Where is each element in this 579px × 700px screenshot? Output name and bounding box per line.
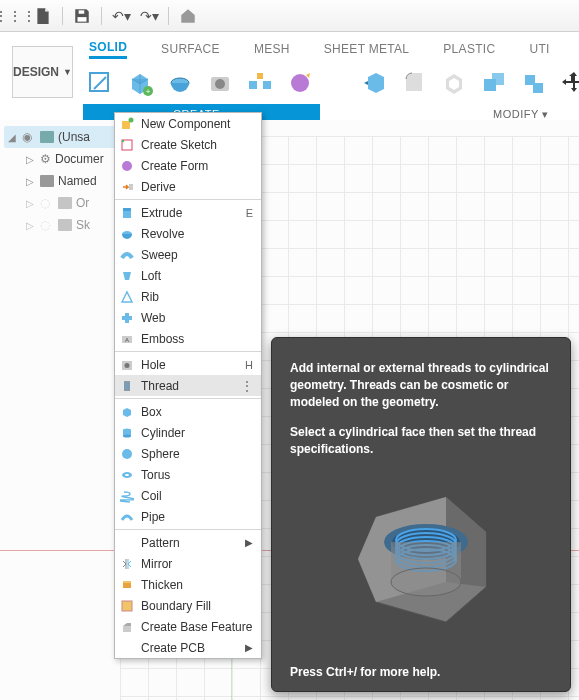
more-options-icon[interactable]: ⋮ (241, 379, 253, 393)
menu-item-pipe[interactable]: Pipe (115, 506, 261, 527)
tooltip-illustration (290, 472, 552, 652)
shortcut-label: E (246, 207, 253, 219)
menu-item-emboss[interactable]: AEmboss (115, 328, 261, 349)
redo-icon[interactable]: ↷▾ (140, 7, 158, 25)
svg-rect-42 (123, 626, 131, 632)
sweep-icon (119, 247, 135, 263)
menu-item-thicken[interactable]: Thicken (115, 574, 261, 595)
menu-item-derive[interactable]: Derive (115, 176, 261, 197)
workspace-switcher[interactable]: DESIGN▼ (12, 46, 73, 98)
tree-item[interactable]: ▷ ⚙ Documer (4, 148, 130, 170)
menu-item-label: Pattern (141, 536, 180, 550)
menu-item-create-form[interactable]: Create Form (115, 155, 261, 176)
pressdrag-tool-icon[interactable] (357, 66, 391, 100)
menu-item-cylinder[interactable]: Cylinder (115, 422, 261, 443)
menu-item-rib[interactable]: Rib (115, 286, 261, 307)
menu-item-revolve[interactable]: Revolve (115, 223, 261, 244)
menu-item-mirror[interactable]: Mirror (115, 553, 261, 574)
revolve-tool-icon[interactable] (163, 66, 197, 100)
menu-item-label: Revolve (141, 227, 184, 241)
menu-item-loft[interactable]: Loft (115, 265, 261, 286)
folder-icon (58, 219, 72, 231)
menu-item-pattern[interactable]: Pattern▶ (115, 532, 261, 553)
tree-expand-icon[interactable]: ◢ (6, 131, 18, 143)
form-tool-icon[interactable] (283, 66, 317, 100)
menu-item-torus[interactable]: Torus (115, 464, 261, 485)
tree-expand-icon[interactable]: ▷ (24, 153, 36, 165)
home-icon[interactable] (179, 7, 197, 25)
menu-item-label: Pipe (141, 510, 165, 524)
svg-point-31 (125, 363, 130, 368)
extrude-icon (119, 205, 135, 221)
visibility-icon[interactable]: ◉ (22, 130, 36, 144)
sketch-tool-icon[interactable] (83, 66, 117, 100)
assemble-tool-icon[interactable] (243, 66, 277, 100)
menu-item-web[interactable]: Web (115, 307, 261, 328)
menu-item-coil[interactable]: Coil (115, 485, 261, 506)
svg-rect-14 (492, 73, 504, 85)
new-file-icon[interactable] (34, 7, 52, 25)
menu-item-sphere[interactable]: Sphere (115, 443, 261, 464)
menu-item-label: Hole (141, 358, 166, 372)
thread-tooltip: Add internal or external threads to cyli… (271, 337, 571, 692)
menu-item-create-sketch[interactable]: Create Sketch (115, 134, 261, 155)
emboss-icon: A (119, 331, 135, 347)
menu-item-hole[interactable]: HoleH (115, 354, 261, 375)
menu-item-label: Create Base Feature (141, 620, 252, 634)
tree-item[interactable]: ▷ ◌ Or (4, 192, 130, 214)
menu-item-extrude[interactable]: ExtrudeE (115, 202, 261, 223)
visibility-off-icon[interactable]: ◌ (40, 218, 54, 232)
cylinder-icon (119, 425, 135, 441)
tree-item[interactable]: ▷ Named (4, 170, 130, 192)
tab-mesh[interactable]: MESH (254, 42, 290, 56)
svg-rect-11 (257, 73, 263, 79)
menu-item-new-component[interactable]: New Component (115, 113, 261, 134)
combine-tool-icon[interactable] (477, 66, 511, 100)
tree-expand-icon[interactable]: ▷ (24, 175, 36, 187)
thicken-icon (119, 577, 135, 593)
undo-icon[interactable]: ↶▾ (112, 7, 130, 25)
menu-item-label: Thread (141, 379, 179, 393)
svg-rect-1 (78, 17, 87, 22)
shell-tool-icon[interactable] (437, 66, 471, 100)
derive-icon (119, 179, 135, 195)
tree-expand-icon[interactable]: ▷ (24, 197, 36, 209)
menu-item-create-base-feature[interactable]: Create Base Feature (115, 616, 261, 637)
ribbon-tabs: SOLID SURFACE MESH SHEET METAL PLASTIC U… (83, 38, 579, 60)
folder-icon (40, 175, 54, 187)
fillet-tool-icon[interactable] (397, 66, 431, 100)
menu-item-label: Loft (141, 269, 161, 283)
tab-surface[interactable]: SURFACE (161, 42, 220, 56)
submenu-arrow-icon: ▶ (245, 537, 253, 548)
menu-item-label: New Component (141, 117, 230, 131)
menu-item-box[interactable]: Box (115, 401, 261, 422)
thread-icon (119, 378, 135, 394)
menu-item-thread[interactable]: Thread⋮ (115, 375, 261, 396)
tab-utilities[interactable]: UTI (529, 42, 549, 56)
apps-grid-icon[interactable]: ⋮⋮⋮ (6, 7, 24, 25)
menu-item-create-pcb[interactable]: Create PCB▶ (115, 637, 261, 658)
menu-item-label: Emboss (141, 332, 184, 346)
move-tool-icon[interactable] (557, 66, 579, 100)
submenu-arrow-icon: ▶ (245, 642, 253, 653)
menu-item-label: Rib (141, 290, 159, 304)
menu-item-sweep[interactable]: Sweep (115, 244, 261, 265)
browser-tree: ◢ ◉ (Unsa ▷ ⚙ Documer ▷ Named ▷ ◌ Or ▷ ◌… (0, 120, 130, 236)
svg-point-12 (291, 74, 309, 92)
tree-item[interactable]: ▷ ◌ Sk (4, 214, 130, 236)
hole-tool-icon[interactable] (203, 66, 237, 100)
folder-icon (58, 197, 72, 209)
menu-item-boundary-fill[interactable]: Boundary Fill (115, 595, 261, 616)
box-tool-icon[interactable]: + (123, 66, 157, 100)
svg-point-35 (123, 434, 131, 437)
tab-solid[interactable]: SOLID (89, 40, 127, 59)
tree-root[interactable]: ◢ ◉ (Unsa (4, 126, 130, 148)
align-tool-icon[interactable] (517, 66, 551, 100)
tab-sheetmetal[interactable]: SHEET METAL (324, 42, 410, 56)
menu-item-label: Torus (141, 468, 170, 482)
tab-plastic[interactable]: PLASTIC (443, 42, 495, 56)
visibility-off-icon[interactable]: ◌ (40, 196, 54, 210)
save-icon[interactable] (73, 7, 91, 25)
tree-expand-icon[interactable]: ▷ (24, 219, 36, 231)
tree-label: Named (58, 174, 97, 188)
